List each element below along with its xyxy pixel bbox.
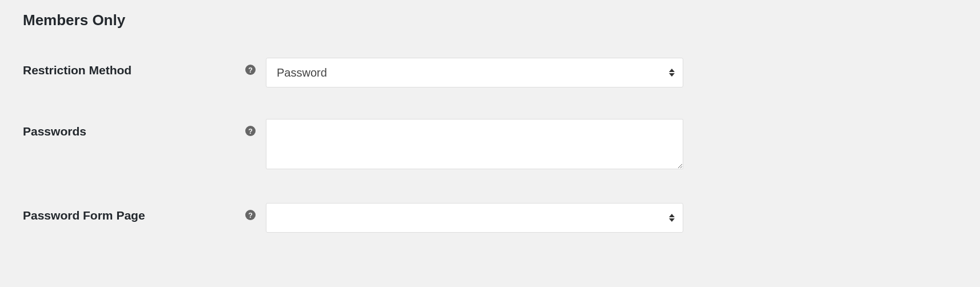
field-row-passwords: Passwords ? bbox=[23, 119, 957, 172]
restriction-method-label: Restriction Method bbox=[23, 58, 243, 77]
restriction-method-select[interactable]: Password bbox=[266, 58, 683, 87]
svg-text:?: ? bbox=[248, 212, 253, 220]
field-row-password-form-page: Password Form Page ? bbox=[23, 203, 957, 233]
help-icon[interactable]: ? bbox=[243, 119, 266, 136]
section-title: Members Only bbox=[23, 11, 957, 29]
select-arrows-icon bbox=[669, 69, 675, 77]
field-row-restriction-method: Restriction Method ? Password bbox=[23, 58, 957, 87]
select-arrows-icon bbox=[669, 214, 675, 222]
question-circle-icon: ? bbox=[245, 210, 256, 220]
password-form-page-label: Password Form Page bbox=[23, 203, 243, 222]
help-icon[interactable]: ? bbox=[243, 203, 266, 220]
svg-text:?: ? bbox=[248, 66, 253, 74]
passwords-label: Passwords bbox=[23, 119, 243, 138]
question-circle-icon: ? bbox=[245, 126, 256, 136]
password-form-page-select[interactable] bbox=[266, 203, 683, 233]
help-icon[interactable]: ? bbox=[243, 58, 266, 75]
passwords-textarea[interactable] bbox=[266, 119, 683, 169]
question-circle-icon: ? bbox=[245, 65, 256, 75]
svg-text:?: ? bbox=[248, 127, 253, 135]
restriction-method-value: Password bbox=[277, 66, 327, 79]
